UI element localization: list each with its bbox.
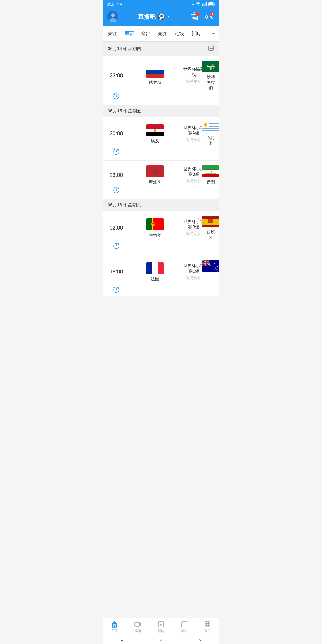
svg-rect-30 — [205, 64, 217, 64]
tab-news[interactable]: 新闻 — [188, 27, 204, 41]
svg-rect-1 — [204, 3, 205, 6]
date-label-june16: 06月16日 星期六 — [108, 202, 141, 208]
svg-rect-98 — [158, 262, 164, 274]
tab-important[interactable]: 重要 — [121, 27, 137, 41]
status-icons: ••• — [190, 2, 215, 7]
shop-badge — [195, 12, 199, 16]
app-title[interactable]: 直播吧 ⚽ ▼ — [138, 13, 170, 21]
svg-rect-97 — [152, 262, 158, 274]
app-header: 直播吧 ⚽ ▼ 商城 1 — [103, 8, 219, 26]
svg-point-16 — [210, 16, 211, 17]
match-russia-saudi: 23:00 俄罗斯 世界杯揭幕战 等待更新 ⚔🌴 — [103, 56, 219, 105]
tab-finished[interactable]: 完赛 — [154, 27, 171, 41]
alarm-button-4[interactable] — [106, 242, 127, 250]
svg-rect-62 — [146, 165, 164, 177]
match-league: 世界杯揭幕战 — [183, 67, 204, 78]
svg-point-83 — [152, 224, 154, 225]
add-tab-button[interactable]: + — [208, 26, 218, 41]
away-team-uruguay: 乌拉圭 — [205, 122, 216, 146]
avatar[interactable] — [107, 11, 119, 23]
content-area: 06月14日 星期四 23:00 — [103, 42, 219, 335]
svg-point-110 — [215, 267, 216, 269]
svg-rect-6 — [209, 3, 213, 5]
date-section-june16: 06月16日 星期六 — [103, 199, 219, 211]
away-team-australia: 澳大利亚 — [205, 260, 216, 284]
svg-point-111 — [217, 266, 218, 267]
soccer-icon: ⚽ — [157, 13, 165, 20]
dropdown-arrow-icon: ▼ — [167, 15, 170, 19]
svg-rect-0 — [202, 4, 203, 6]
svg-rect-44 — [154, 129, 156, 132]
away-team-name-2: 乌拉圭 — [205, 135, 216, 146]
svg-rect-66 — [202, 174, 219, 177]
match-league-2: 世界杯小组赛A组 — [183, 125, 204, 136]
status-time: 凌晨1:34 — [107, 1, 122, 7]
morocco-flag — [146, 165, 164, 177]
match-time-5: 18:00 — [106, 269, 127, 275]
match-info-4: 世界杯小组赛B组 等待更新 — [183, 219, 204, 236]
match-info-2: 世界杯小组赛A组 等待更新 — [183, 125, 204, 143]
match-time-4: 02:00 — [106, 225, 127, 231]
status-bar: 凌晨1:34 ••• — [103, 0, 219, 8]
svg-rect-89 — [210, 219, 213, 223]
match-score-2: 等待更新 — [186, 137, 202, 143]
home-team-name-2: 埃及 — [151, 138, 159, 143]
nav-tabs: 关注 重要 全部 完赛 论坛 新闻 + — [103, 26, 219, 42]
game-button[interactable]: 1 — [204, 11, 215, 22]
match-morocco-iran: 23:00 摩洛哥 世界杯小组赛B组 等待更新 — [103, 161, 219, 199]
match-score-3: 等待更新 — [186, 178, 202, 184]
uruguay-flag — [202, 122, 219, 134]
alarm-button-2[interactable] — [106, 147, 127, 156]
calendar-icon[interactable] — [208, 45, 214, 53]
match-time: 23:00 — [106, 72, 127, 79]
svg-point-8 — [111, 13, 115, 17]
match-france-australia: 18:00 法国 世界杯小组赛C组 等待更新 — [103, 255, 219, 296]
match-league-3: 世界杯小组赛B组 — [183, 166, 204, 177]
date-section-june15: 06月15日 星期五 — [103, 105, 219, 117]
header-actions: 商城 1 — [189, 11, 215, 22]
match-time-2: 20:00 — [106, 131, 127, 137]
match-score: 等待更新 — [186, 79, 202, 84]
saudi-flag: ⚔🌴 — [202, 61, 219, 72]
home-team-name-4: 葡萄牙 — [149, 232, 161, 237]
home-team-egypt: 埃及 — [128, 124, 182, 143]
home-team-name-5: 法国 — [151, 276, 159, 281]
svg-rect-84 — [202, 216, 219, 219]
dots-icon: ••• — [190, 3, 194, 6]
australia-flag — [202, 260, 219, 272]
battery-icon — [208, 2, 215, 6]
home-team-russia: 俄罗斯 — [128, 66, 182, 85]
svg-rect-22 — [210, 48, 210, 49]
shop-button[interactable]: 商城 — [189, 11, 200, 22]
svg-rect-41 — [146, 124, 164, 129]
svg-rect-5 — [214, 3, 215, 5]
match-league-4: 世界杯小组赛B组 — [183, 219, 204, 230]
tab-all[interactable]: 全部 — [137, 27, 154, 41]
match-league-5: 世界杯小组赛C组 — [183, 263, 204, 274]
away-team-name-3: 伊朗 — [207, 179, 215, 185]
svg-rect-24 — [212, 48, 213, 49]
svg-point-113 — [214, 269, 215, 270]
signal-icon — [202, 2, 207, 7]
alarm-button-1[interactable] — [106, 92, 127, 100]
svg-point-33 — [210, 67, 212, 70]
home-team-france: 法国 — [128, 262, 182, 281]
away-team-spain: 西班牙 — [205, 216, 216, 240]
match-portugal-spain: 02:00 葡萄牙 世界杯小组赛B组 等待更新 — [103, 211, 219, 255]
alarm-button-5[interactable] — [106, 285, 127, 294]
tab-follow[interactable]: 关注 — [104, 27, 121, 41]
russia-flag — [146, 66, 164, 78]
svg-rect-26 — [146, 70, 164, 74]
svg-rect-96 — [146, 262, 152, 274]
away-team-name: 沙特阿拉伯 — [205, 74, 216, 91]
tab-forum[interactable]: 论坛 — [171, 27, 188, 41]
match-score-5: 等待更新 — [186, 275, 202, 281]
title-text: 直播吧 — [138, 13, 156, 21]
svg-rect-3 — [206, 2, 207, 6]
match-info-3: 世界杯小组赛B组 等待更新 — [183, 166, 204, 184]
alarm-button-3[interactable] — [106, 186, 127, 194]
svg-text:☪: ☪ — [209, 170, 212, 174]
match-egypt-uruguay: 20:00 埃及 世界杯小组赛A组 等待更新 — [103, 117, 219, 161]
svg-rect-23 — [211, 48, 212, 49]
svg-point-17 — [211, 17, 212, 18]
